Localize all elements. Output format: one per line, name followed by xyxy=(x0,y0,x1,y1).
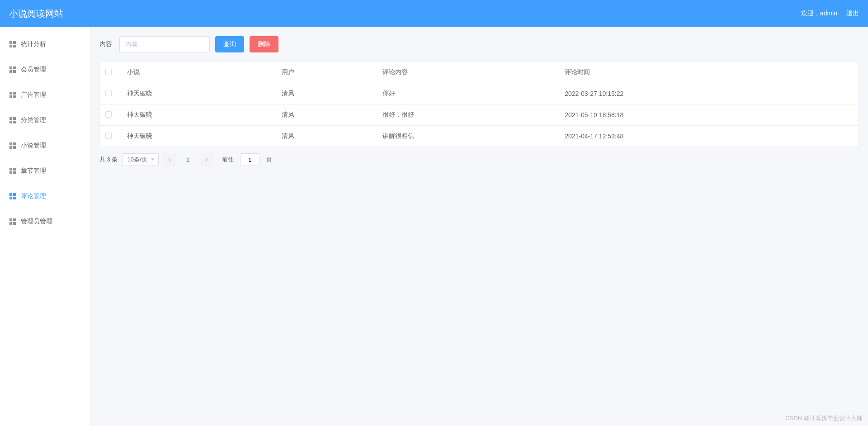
svg-rect-21 xyxy=(13,168,16,170)
header-time: 评论时间 xyxy=(559,62,859,83)
svg-rect-13 xyxy=(13,117,16,120)
row-checkbox-cell xyxy=(100,126,122,147)
grid-icon xyxy=(9,41,16,48)
sidebar-item-label: 小说管理 xyxy=(21,142,46,150)
cell-user: 清风 xyxy=(276,104,377,126)
sidebar-item-3[interactable]: 分类管理 xyxy=(0,108,90,133)
svg-rect-20 xyxy=(9,168,12,170)
svg-rect-3 xyxy=(13,45,16,47)
svg-rect-27 xyxy=(13,197,16,199)
cell-time: 2021-05-19 18:58:18 xyxy=(559,104,859,126)
header-checkbox-cell xyxy=(100,62,122,83)
total-count: 共 3 条 xyxy=(99,156,118,164)
page-number[interactable]: 1 xyxy=(181,153,195,166)
svg-rect-5 xyxy=(13,66,16,69)
cell-user: 清风 xyxy=(276,126,377,147)
cell-content: 讲解很相信 xyxy=(377,126,559,147)
welcome-text: 欢迎，admin xyxy=(801,9,837,18)
grid-icon xyxy=(9,117,16,124)
table-row: 神天破晓 清风 你好 2022-03-27 10:15:22 xyxy=(100,83,859,104)
svg-rect-19 xyxy=(13,146,16,149)
sidebar-item-label: 评论管理 xyxy=(21,192,46,200)
svg-rect-18 xyxy=(9,146,12,149)
cell-novel: 神天破晓 xyxy=(122,126,277,147)
sidebar-item-label: 广告管理 xyxy=(21,91,46,99)
pagination: 共 3 条 10条/页 1 前往 页 xyxy=(99,153,859,166)
svg-rect-10 xyxy=(9,95,12,98)
sidebar-item-1[interactable]: 会员管理 xyxy=(0,57,90,82)
table-header-row: 小说 用户 评论内容 评论时间 xyxy=(100,62,859,83)
row-checkbox-cell xyxy=(100,83,122,104)
svg-rect-24 xyxy=(9,193,12,196)
cell-content: 你好 xyxy=(377,83,559,104)
jump-suffix: 页 xyxy=(266,156,272,164)
svg-rect-31 xyxy=(13,222,16,225)
row-checkbox-cell xyxy=(100,104,122,126)
header-right: 欢迎，admin 退出 xyxy=(801,9,859,18)
site-title: 小说阅读网站 xyxy=(9,8,63,20)
svg-rect-11 xyxy=(13,95,16,98)
sidebar-item-label: 分类管理 xyxy=(21,116,46,124)
svg-rect-4 xyxy=(9,66,12,69)
grid-icon xyxy=(9,193,16,200)
sidebar-item-0[interactable]: 统计分析 xyxy=(0,32,90,57)
grid-icon xyxy=(9,218,16,225)
svg-rect-30 xyxy=(9,222,12,225)
sidebar-item-7[interactable]: 管理员管理 xyxy=(0,209,90,234)
cell-time: 2022-03-27 10:15:22 xyxy=(559,83,859,104)
cell-content: 很好，很好 xyxy=(377,104,559,126)
header-content: 评论内容 xyxy=(377,62,559,83)
jump-page-input[interactable] xyxy=(240,153,260,166)
svg-rect-22 xyxy=(9,171,12,174)
sidebar-item-label: 会员管理 xyxy=(21,66,46,74)
grid-icon xyxy=(9,142,16,149)
delete-button[interactable]: 删除 xyxy=(250,36,278,52)
cell-user: 清风 xyxy=(276,83,377,104)
svg-rect-1 xyxy=(13,41,16,44)
sidebar-item-label: 章节管理 xyxy=(21,167,46,175)
row-checkbox[interactable] xyxy=(105,133,112,139)
content-input[interactable] xyxy=(119,36,210,52)
row-checkbox[interactable] xyxy=(105,90,112,96)
svg-rect-23 xyxy=(13,171,16,174)
sidebar-item-4[interactable]: 小说管理 xyxy=(0,133,90,158)
sidebar-item-2[interactable]: 广告管理 xyxy=(0,82,90,108)
svg-rect-26 xyxy=(9,197,12,199)
svg-rect-29 xyxy=(13,218,16,221)
jump-prefix: 前往 xyxy=(222,156,234,164)
table-row: 神天破晓 清风 很好，很好 2021-05-19 18:58:18 xyxy=(100,104,859,126)
header-user: 用户 xyxy=(276,62,377,83)
next-page-button[interactable] xyxy=(199,153,213,166)
row-checkbox[interactable] xyxy=(105,111,112,118)
chevron-right-icon xyxy=(203,157,209,162)
svg-rect-7 xyxy=(13,70,16,73)
logout-link[interactable]: 退出 xyxy=(846,9,859,18)
svg-rect-17 xyxy=(13,142,16,145)
watermark: CSDN @计算机毕业设计大师 xyxy=(785,414,863,422)
comments-table: 小说 用户 评论内容 评论时间 神天破晓 清风 你好 2022-03-27 10… xyxy=(99,62,859,147)
toolbar: 内容 查询 删除 xyxy=(99,36,859,52)
svg-rect-9 xyxy=(13,92,16,95)
table-row: 神天破晓 清风 讲解很相信 2021-04-17 12:53:48 xyxy=(100,126,859,147)
svg-rect-2 xyxy=(9,45,12,47)
svg-rect-12 xyxy=(9,117,12,120)
chevron-left-icon xyxy=(167,157,173,162)
sidebar-item-6[interactable]: 评论管理 xyxy=(0,184,90,209)
svg-rect-15 xyxy=(13,121,16,123)
select-all-checkbox[interactable] xyxy=(105,69,112,75)
prev-page-button[interactable] xyxy=(163,153,177,166)
svg-rect-0 xyxy=(9,41,12,44)
grid-icon xyxy=(9,91,16,99)
sidebar-item-5[interactable]: 章节管理 xyxy=(0,158,90,184)
cell-novel: 神天破晓 xyxy=(122,83,277,104)
cell-time: 2021-04-17 12:53:48 xyxy=(559,126,859,147)
svg-rect-25 xyxy=(13,193,16,196)
header-novel: 小说 xyxy=(122,62,277,83)
grid-icon xyxy=(9,66,16,73)
page-size-select[interactable]: 10条/页 xyxy=(122,153,158,166)
main-content: 内容 查询 删除 小说 用户 评论内容 评论时间 神天破晓 清风 你好 xyxy=(90,27,868,426)
svg-rect-28 xyxy=(9,218,12,221)
search-button[interactable]: 查询 xyxy=(215,36,244,52)
svg-rect-16 xyxy=(9,142,12,145)
sidebar-item-label: 管理员管理 xyxy=(21,218,52,226)
